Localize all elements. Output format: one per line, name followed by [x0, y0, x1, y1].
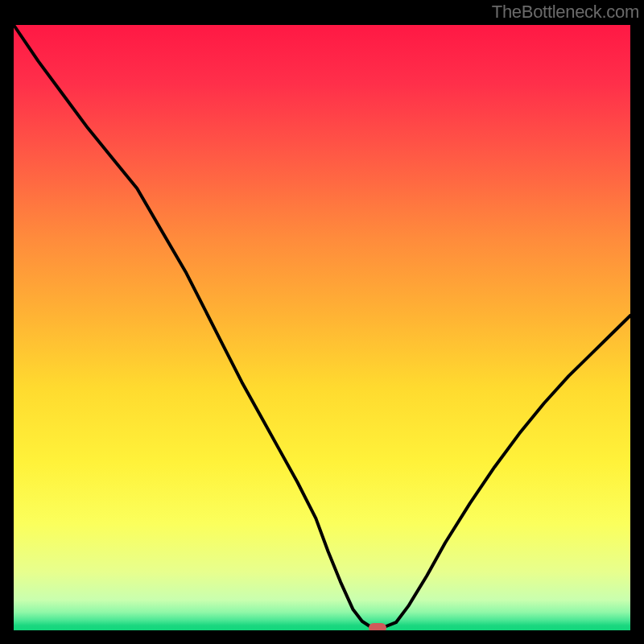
chart-container: TheBottleneck.com	[0, 0, 644, 644]
optimum-marker	[369, 623, 386, 633]
bottleneck-curve-plot	[10, 22, 634, 634]
watermark: TheBottleneck.com	[492, 2, 639, 23]
gradient-background	[10, 22, 634, 634]
